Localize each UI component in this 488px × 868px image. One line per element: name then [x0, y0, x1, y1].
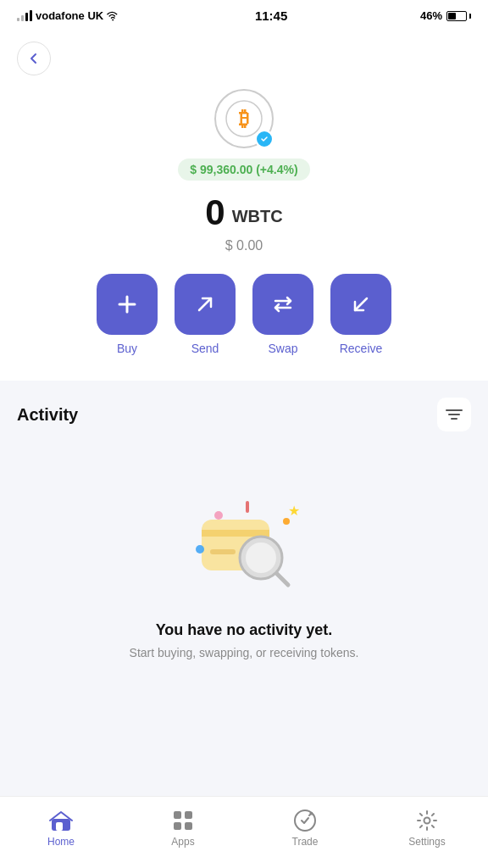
swap-icon — [270, 292, 296, 317]
svg-point-20 — [214, 511, 223, 520]
send-label: Send — [191, 342, 219, 355]
token-amount: 0 WBTC — [205, 192, 282, 233]
main-content: ₿ $ 99,360.00 (+4.4%) 0 WBTC $ 0.00 — [0, 28, 488, 796]
receive-button[interactable] — [330, 274, 391, 335]
trade-label: Trade — [292, 836, 319, 848]
activity-section: Activity — [0, 381, 488, 796]
receive-action: Receive — [330, 274, 391, 355]
home-icon — [49, 809, 73, 832]
swap-action: Swap — [252, 274, 313, 355]
svg-point-22 — [196, 545, 204, 554]
swap-label: Swap — [268, 342, 297, 355]
status-bar: vodafone UK 11:45 46% — [0, 0, 488, 28]
apps-icon — [171, 809, 195, 832]
svg-text:₿: ₿ — [239, 107, 249, 130]
settings-label: Settings — [408, 836, 445, 848]
svg-point-21 — [283, 518, 290, 525]
receive-label: Receive — [340, 342, 383, 355]
token-icon-wrapper: ₿ — [214, 89, 274, 148]
token-badge-icon — [259, 134, 269, 144]
status-right: 46% — [420, 9, 471, 22]
back-icon — [26, 51, 42, 66]
send-button[interactable] — [175, 274, 236, 335]
status-time: 11:45 — [255, 8, 287, 23]
battery-icon — [446, 11, 471, 21]
svg-rect-15 — [210, 549, 236, 554]
nav-item-home[interactable]: Home — [0, 805, 122, 851]
svg-rect-27 — [185, 811, 192, 819]
token-usd-value: $ 0.00 — [225, 238, 263, 253]
carrier-label: vodafone UK — [36, 9, 103, 22]
buy-label: Buy — [117, 342, 137, 355]
token-amount-number: 0 — [205, 192, 225, 233]
buy-button[interactable] — [97, 274, 158, 335]
filter-icon — [445, 407, 463, 422]
buy-action: Buy — [97, 274, 158, 355]
send-action: Send — [175, 274, 236, 355]
back-button[interactable] — [17, 42, 51, 75]
plus-icon — [114, 292, 140, 317]
token-badge — [255, 130, 274, 148]
settings-icon — [415, 809, 439, 832]
token-amount-symbol: WBTC — [232, 207, 283, 233]
status-left: vodafone UK — [17, 9, 122, 22]
svg-point-0 — [112, 19, 114, 20]
nav-item-trade[interactable]: Trade — [244, 805, 366, 851]
action-buttons: Buy Send — [97, 274, 391, 355]
svg-rect-19 — [246, 501, 249, 513]
svg-point-31 — [424, 818, 430, 824]
empty-subtitle: Start buying, swapping, or receiving tok… — [130, 646, 359, 659]
apps-label: Apps — [171, 836, 194, 848]
nav-item-settings[interactable]: Settings — [366, 805, 488, 851]
svg-text:★: ★ — [288, 504, 300, 518]
receive-icon — [348, 292, 374, 317]
activity-header: Activity — [17, 398, 471, 431]
token-section: ₿ $ 99,360.00 (+4.4%) 0 WBTC $ 0.00 — [0, 89, 488, 381]
send-icon — [192, 292, 218, 317]
home-label: Home — [47, 836, 75, 848]
empty-state-illustration: ★ — [176, 469, 312, 604]
svg-line-9 — [355, 298, 367, 310]
empty-illustration: ★ — [176, 469, 312, 604]
filter-button[interactable] — [437, 398, 471, 431]
price-badge: $ 99,360.00 (+4.4%) — [178, 159, 309, 181]
svg-point-17 — [246, 542, 276, 573]
svg-rect-26 — [174, 811, 181, 819]
activity-title: Activity — [17, 405, 78, 425]
empty-state: ★ You have no activity yet. Start buying… — [17, 452, 471, 676]
wifi-icon — [107, 10, 122, 22]
svg-line-18 — [277, 574, 288, 585]
empty-title: You have no activity yet. — [156, 621, 333, 639]
svg-rect-29 — [185, 822, 192, 830]
svg-rect-28 — [174, 822, 181, 830]
swap-button[interactable] — [252, 274, 313, 335]
svg-line-6 — [199, 298, 211, 310]
svg-rect-25 — [56, 822, 63, 831]
bottom-nav: Home Apps Trade — [0, 796, 488, 868]
trade-icon — [293, 809, 317, 832]
signal-icon — [17, 10, 32, 21]
nav-item-apps[interactable]: Apps — [122, 805, 244, 851]
battery-percent: 46% — [420, 9, 442, 22]
